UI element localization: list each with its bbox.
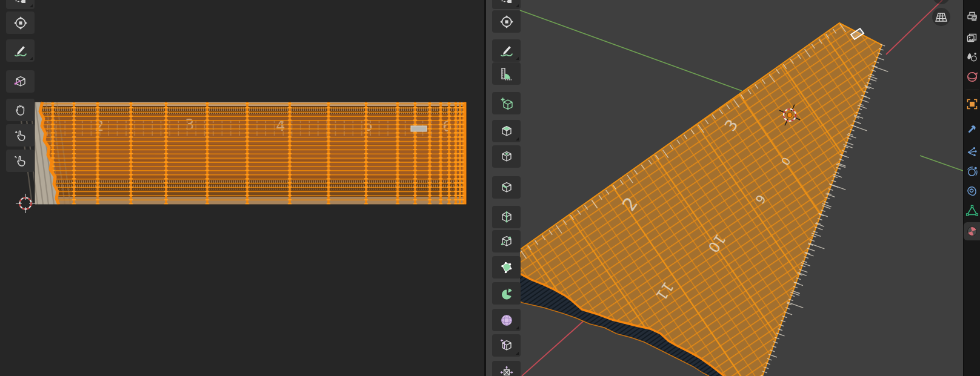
modifier-properties-icon [965,122,979,136]
uv-editor-canvas[interactable]: 23456 [0,0,484,376]
uv-image-view[interactable]: 23456 [0,0,484,376]
select-box-tool-button[interactable] [6,0,35,9]
bevel-icon [499,180,514,195]
properties-tab-modifier[interactable] [964,120,980,138]
bevel-tool-button[interactable] [492,176,521,199]
pinch-tool-button[interactable] [6,150,35,172]
uv-mesh[interactable] [35,102,467,205]
loop-cut-tool-button[interactable] [492,206,521,228]
blender-window: 23456 23061011 [0,0,980,376]
transform-icon [499,15,514,29]
shrink-fatten-icon [499,365,514,376]
transform-icon [13,16,28,30]
output-properties-icon [965,10,979,23]
3d-viewport-canvas[interactable]: 23061011 [486,0,963,376]
annotate-icon [13,44,28,58]
tab-separator [965,90,979,90]
properties-tab-object[interactable] [964,95,980,113]
poly-build-tool-button[interactable] [492,256,521,279]
physics-properties-icon [965,165,979,178]
pinch-icon [13,154,28,168]
inset-faces-tool-button[interactable] [492,145,521,168]
x-axis-line [522,321,584,376]
object-properties-icon [965,97,979,111]
view-layer-properties-icon [965,31,979,45]
spin-icon [499,286,514,301]
knife-tool-button[interactable] [492,230,521,252]
select-box-icon [499,0,514,5]
properties-tab-output[interactable] [964,7,980,25]
object-data-properties-icon [965,204,979,217]
shrink-fatten-tool-button[interactable] [492,361,521,376]
properties-tab-scene[interactable] [964,48,980,67]
x-axis-line-top [886,0,942,54]
world-properties-icon [965,70,979,84]
extrude-region-icon [499,124,514,139]
spin-tool-button[interactable] [492,282,521,305]
smooth-tool-button[interactable] [492,309,521,331]
properties-tab-object-data[interactable] [964,202,980,220]
annotate-tool-button[interactable] [492,39,521,62]
loop-cut-icon [499,210,514,225]
edge-slide-icon [499,338,514,353]
transform-tool-button[interactable] [6,12,35,34]
properties-tab-physics[interactable] [964,162,980,180]
measure-icon [499,67,514,81]
y-axis-line [520,10,742,91]
relax-icon [13,128,28,143]
transform-tool-button[interactable] [492,10,521,33]
add-cube-icon [499,96,514,111]
properties-tab-world[interactable] [964,68,980,86]
relax-tool-button[interactable] [6,124,35,147]
properties-tab-strip [963,0,980,376]
viewport-nav-button-partial[interactable] [933,0,950,4]
extrude-region-tool-button[interactable] [492,120,521,142]
grab-icon [13,103,28,117]
uv-image: 23456 [19,102,467,205]
properties-tab-view-layer[interactable] [964,29,980,47]
scene-properties-icon [965,51,979,64]
annotate-tool-button[interactable] [6,39,35,62]
3d-scene[interactable]: 23061011 [486,0,963,376]
properties-tab-particles[interactable] [964,142,980,160]
object-origin-dot [787,113,792,117]
measure-tool-button[interactable] [492,62,521,85]
particles-properties-icon [965,145,979,158]
edge-slide-tool-button[interactable] [492,334,521,357]
smooth-icon [499,313,514,328]
uv-active-face[interactable] [411,126,427,131]
grab-tool-button[interactable] [6,99,35,121]
properties-tab-constraints[interactable] [964,182,980,200]
annotate-icon [499,44,514,58]
constraints-properties-icon [965,185,979,198]
y-axis-line-right [920,156,963,171]
select-box-icon [13,0,28,5]
poly-build-icon [499,260,514,275]
select-box-tool-button[interactable] [492,0,521,9]
perspective-ortho-toggle[interactable] [932,8,950,26]
rip-region-icon [13,74,28,89]
add-cube-tool-button[interactable] [492,92,521,114]
knife-icon [499,234,514,249]
properties-tab-material[interactable] [964,222,980,240]
material-properties-icon [965,225,979,238]
inset-faces-icon [499,150,514,164]
uv-2d-cursor [16,194,35,213]
rip-region-tool-button[interactable] [6,70,35,93]
